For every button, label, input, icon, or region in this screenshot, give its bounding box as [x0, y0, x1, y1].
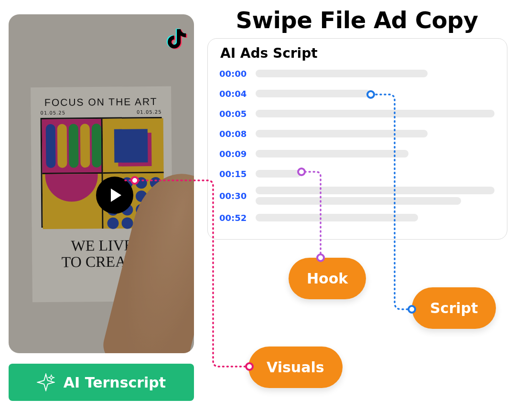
- transcript-row: 00:04: [219, 85, 495, 102]
- script-line-placeholder: [256, 110, 494, 117]
- play-button[interactable]: [96, 177, 133, 214]
- hook-pill: Hook: [289, 258, 366, 299]
- timestamp: 00:52: [219, 213, 247, 223]
- timestamp: 00:08: [219, 129, 247, 139]
- transcript-row: 00:08: [219, 125, 495, 142]
- script-line-placeholder: [256, 197, 461, 205]
- script-line-placeholder: [256, 150, 408, 158]
- timestamp: 00:04: [219, 89, 247, 99]
- script-line-placeholder: [256, 70, 428, 77]
- ai-ternscript-button[interactable]: AI Ternscript: [9, 364, 194, 401]
- transcript-row: 00:05: [219, 105, 495, 122]
- timestamp: 00:09: [219, 149, 247, 159]
- timestamp: 00:00: [219, 69, 247, 79]
- transcript-row: 00:15: [219, 165, 495, 182]
- script-line-placeholder: [256, 170, 301, 178]
- ad-video-preview[interactable]: FOCUS ON THE ART 01.05.25 01.05.25 WE LI…: [9, 14, 194, 353]
- script-line-placeholder: [256, 130, 428, 137]
- script-pill: Script: [412, 287, 496, 329]
- timestamp: 00:05: [219, 109, 247, 119]
- script-line-placeholder: [256, 187, 494, 194]
- transcript-row: 00:00: [219, 65, 495, 82]
- transcript-row: 00:52: [219, 209, 495, 226]
- sparkle-icon: [37, 373, 55, 391]
- script-line-placeholder: [256, 214, 418, 221]
- page-title: Swipe File Ad Copy: [207, 7, 506, 33]
- script-panel: AI Ads Script 00:0000:0400:0500:0800:090…: [207, 38, 507, 240]
- panel-title: AI Ads Script: [220, 45, 495, 61]
- script-line-placeholder: [256, 90, 370, 97]
- tiktok-icon: [163, 25, 189, 51]
- ai-ternscript-label: AI Ternscript: [64, 374, 166, 391]
- timestamp: 00:15: [219, 169, 247, 179]
- transcript-row: 00:30: [219, 185, 495, 206]
- transcript-row: 00:09: [219, 145, 495, 162]
- visuals-pill: Visuals: [248, 346, 343, 388]
- timestamp: 00:30: [219, 191, 247, 201]
